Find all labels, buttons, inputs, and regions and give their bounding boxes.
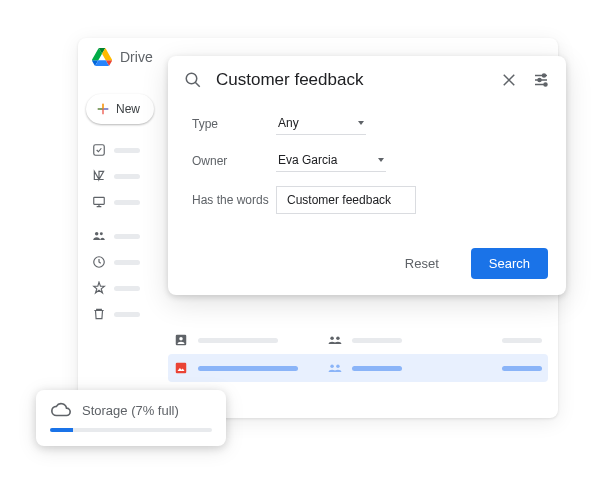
search-button[interactable]: Search [471,248,548,279]
search-panel: Type Any Owner Eva Garcia Has the words … [168,56,566,295]
chevron-down-icon [378,158,384,162]
nav-label-placeholder [114,286,140,291]
sidebar-item-recent[interactable] [86,250,150,274]
shared-icon [328,363,342,373]
close-icon[interactable] [500,71,518,89]
owner-filter-label: Owner [192,154,276,168]
contact-file-icon [174,333,188,347]
search-actions: Reset Search [168,244,566,295]
svg-rect-9 [176,363,187,374]
search-bar [168,56,566,104]
app-title: Drive [120,49,153,65]
svg-point-7 [330,337,334,341]
file-list [168,326,548,382]
chevron-down-icon [358,121,364,125]
plus-icon [96,102,110,116]
nav-label-placeholder [114,312,140,317]
svg-point-15 [544,83,547,86]
new-button[interactable]: New [86,94,154,124]
words-filter-label: Has the words [192,193,276,207]
nav-label-placeholder [114,200,140,205]
people-icon [92,229,106,243]
nav-label-placeholder [114,148,140,153]
svg-point-6 [179,337,183,341]
svg-rect-1 [94,197,105,204]
storage-card[interactable]: Storage (7% full) [36,390,226,446]
nav-label-placeholder [114,174,140,179]
nav-label-placeholder [114,234,140,239]
filename-placeholder [198,366,298,371]
clock-icon [92,255,106,269]
file-row[interactable] [168,326,548,354]
storage-progress-fill [50,428,73,432]
owner-placeholder [352,338,402,343]
sidebar-item-computers[interactable] [86,190,150,214]
search-filters: Type Any Owner Eva Garcia Has the words [168,104,566,244]
storage-progress-track [50,428,212,432]
words-filter-input[interactable] [276,186,416,214]
drive-folder-icon [92,169,106,183]
shared-icon [328,335,342,345]
svg-point-2 [95,232,99,236]
check-circle-icon [92,143,106,157]
sidebar-item-trash[interactable] [86,302,150,326]
date-placeholder [502,338,542,343]
date-placeholder [502,366,542,371]
type-filter-select[interactable]: Any [276,112,366,135]
file-row-selected[interactable] [168,354,548,382]
search-input[interactable] [216,70,486,90]
drive-logo-icon [92,48,112,66]
image-file-icon [174,361,188,375]
svg-point-14 [538,79,541,82]
tune-icon[interactable] [532,71,550,89]
svg-point-11 [336,365,340,369]
type-filter-label: Type [192,117,276,131]
type-filter-value: Any [278,116,299,130]
svg-point-13 [543,74,546,77]
sidebar: New [78,86,158,336]
svg-point-8 [336,337,340,341]
filename-placeholder [198,338,278,343]
trash-icon [92,307,106,321]
svg-point-10 [330,365,334,369]
storage-label: Storage (7% full) [82,403,179,418]
svg-rect-0 [94,145,105,156]
svg-point-3 [100,232,103,235]
cloud-icon [50,402,72,418]
new-button-label: New [116,102,140,116]
search-icon[interactable] [184,71,202,89]
owner-placeholder [352,366,402,371]
sidebar-item-starred[interactable] [86,276,150,300]
owner-filter-value: Eva Garcia [278,153,337,167]
nav-label-placeholder [114,260,140,265]
svg-point-12 [186,73,197,84]
reset-button[interactable]: Reset [387,248,457,279]
sidebar-item-mydrive[interactable] [86,164,150,188]
star-icon [92,281,106,295]
computer-icon [92,195,106,209]
owner-filter-select[interactable]: Eva Garcia [276,149,386,172]
sidebar-item-shared[interactable] [86,224,150,248]
sidebar-item-priority[interactable] [86,138,150,162]
